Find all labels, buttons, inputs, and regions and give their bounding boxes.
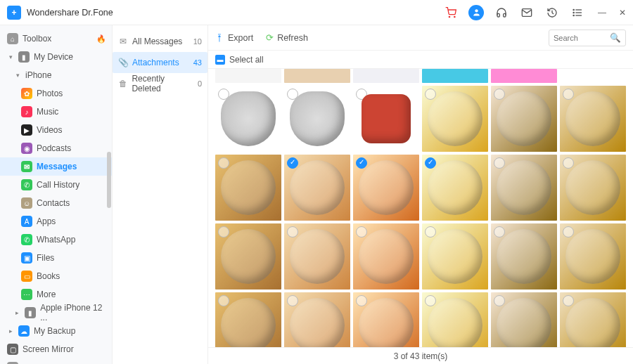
thumbnail[interactable]: [284, 86, 350, 152]
thumbnail[interactable]: [560, 223, 626, 290]
thumbnail[interactable]: [491, 292, 557, 347]
sidebar-item-phonecompanion[interactable]: ✆Phone Companion: [0, 358, 112, 364]
whatsapp-icon: ✆: [21, 234, 32, 245]
sidebar-item-callhistory[interactable]: ✆Call History: [0, 176, 112, 194]
thumbnail[interactable]: [353, 86, 419, 152]
sidebar-item-photos[interactable]: ✿Photos: [0, 84, 112, 103]
sidebar-item-files[interactable]: ▣Files: [0, 249, 112, 267]
sidebar-item-more[interactable]: ⋯More: [0, 285, 112, 304]
user-icon[interactable]: [468, 5, 484, 20]
thumbnail-select-circle[interactable]: [425, 89, 436, 100]
thumbnail-select-circle[interactable]: [287, 157, 298, 169]
sidebar-item-label: Videos: [37, 125, 62, 135]
thumbnail-select-circle[interactable]: [563, 157, 574, 169]
category-label: Attachments: [132, 58, 179, 67]
category-all-messages[interactable]: ✉All Messages10: [113, 31, 207, 52]
category-attachments[interactable]: 📎Attachments43: [113, 52, 207, 73]
thumbnail-select-circle[interactable]: [494, 226, 505, 238]
cart-icon[interactable]: [443, 5, 459, 20]
thumbnail[interactable]: [353, 292, 419, 347]
history-icon[interactable]: [544, 5, 560, 20]
thumbnail-select-circle[interactable]: [356, 295, 367, 306]
sidebar-item-label: Podcasts: [37, 143, 71, 153]
select-all-checkbox[interactable]: ▬: [215, 55, 225, 65]
headset-icon[interactable]: [494, 5, 509, 20]
thumbnail[interactable]: [491, 86, 557, 152]
sidebar-item-label: My Backup: [34, 326, 75, 336]
sidebar-item-music[interactable]: ♪Music: [0, 103, 112, 121]
sidebar-item-iphone[interactable]: ▾ iPhone: [0, 66, 112, 84]
thumbnail-peek[interactable]: [491, 69, 557, 83]
search-box[interactable]: 🔍: [549, 30, 626, 46]
backup-icon: ☁: [18, 325, 30, 337]
thumbnail-select-circle[interactable]: [494, 157, 505, 169]
sidebar-item-apps[interactable]: AApps: [0, 212, 112, 230]
thumbnail-select-circle[interactable]: [287, 226, 298, 238]
sidebar-item-books[interactable]: ▭Books: [0, 267, 112, 285]
thumbnail[interactable]: [422, 223, 488, 290]
thumbnail-select-circle[interactable]: [356, 226, 367, 238]
export-button[interactable]: ⭱Export: [215, 33, 253, 43]
thumbnail[interactable]: [491, 223, 557, 290]
thumbnail[interactable]: [284, 155, 350, 221]
thumbnail-peek[interactable]: [284, 69, 350, 83]
thumbnail[interactable]: [215, 223, 281, 290]
thumbnail-select-circle[interactable]: [563, 89, 574, 100]
search-icon[interactable]: 🔍: [610, 32, 621, 43]
thumbnail[interactable]: [353, 223, 419, 290]
thumbnail[interactable]: [353, 155, 419, 221]
thumbnail[interactable]: [284, 292, 350, 347]
mail-icon[interactable]: [519, 5, 535, 20]
sidebar-item-screenmirror[interactable]: ▢Screen Mirror: [0, 340, 112, 358]
sidebar-item-mybackup[interactable]: ▸☁My Backup: [0, 322, 112, 340]
thumbnail[interactable]: [422, 86, 488, 152]
thumbnail-select-circle[interactable]: [563, 295, 574, 306]
sidebar-item-videos[interactable]: ▶Videos: [0, 121, 112, 139]
thumbnail-peek[interactable]: [560, 69, 626, 83]
thumbnail-select-circle[interactable]: [425, 295, 436, 306]
sidebar-item-messages[interactable]: ✉Messages: [0, 157, 112, 176]
list-icon[interactable]: [570, 5, 585, 20]
collapse-icon[interactable]: ▾: [7, 53, 14, 60]
thumbnail[interactable]: [560, 292, 626, 347]
thumbnail-select-circle[interactable]: [425, 226, 436, 238]
close-button[interactable]: ✕: [619, 8, 626, 18]
expand-icon[interactable]: ▸: [7, 327, 14, 334]
thumbnail[interactable]: [284, 223, 350, 290]
sidebar-item-whatsapp[interactable]: ✆WhatsApp: [0, 230, 112, 249]
app-title: Wondershare Dr.Fone: [27, 8, 113, 18]
search-input[interactable]: [554, 34, 607, 42]
thumbnail-select-circle[interactable]: [218, 157, 229, 169]
thumbnail[interactable]: [560, 86, 626, 152]
thumbnail-select-circle[interactable]: [287, 295, 298, 306]
minimize-button[interactable]: ―: [598, 8, 606, 18]
thumbnail[interactable]: [560, 155, 626, 221]
sidebar-item-contacts[interactable]: ☺Contacts: [0, 194, 112, 212]
thumbnail[interactable]: [215, 292, 281, 347]
thumbnail-select-circle[interactable]: [563, 226, 574, 238]
thumbnail-select-circle[interactable]: [425, 157, 436, 169]
sidebar-item-iphone12[interactable]: ▸▮Apple iPhone 12 ...: [0, 304, 112, 322]
thumbnail-select-circle[interactable]: [218, 226, 229, 238]
device-icon: ▮: [25, 307, 36, 318]
thumbnail-select-circle[interactable]: [356, 157, 367, 169]
thumbnail[interactable]: [422, 155, 488, 221]
refresh-button[interactable]: ⟳Refresh: [266, 32, 308, 43]
sidebar-item-mydevice[interactable]: ▾ ▮ My Device: [0, 48, 112, 66]
thumbnail[interactable]: [491, 155, 557, 221]
thumbnail-select-circle[interactable]: [218, 295, 229, 306]
thumbnail[interactable]: [422, 292, 488, 347]
expand-icon[interactable]: ▸: [14, 309, 20, 316]
thumbnail-peek[interactable]: [353, 69, 419, 83]
thumbnail-peek[interactable]: [215, 69, 281, 83]
collapse-icon[interactable]: ▾: [14, 72, 21, 79]
category-recently-deleted[interactable]: 🗑Recently Deleted0: [113, 73, 207, 94]
thumbnail[interactable]: [215, 86, 281, 152]
thumbnail-select-circle[interactable]: [494, 295, 505, 306]
scrollbar[interactable]: [107, 152, 111, 208]
sidebar-item-toolbox[interactable]: ⌂ Toolbox 🔥: [0, 30, 112, 48]
thumbnail-peek[interactable]: [422, 69, 488, 83]
thumbnail[interactable]: [215, 155, 281, 221]
sidebar-item-podcasts[interactable]: ◉Podcasts: [0, 139, 112, 157]
thumbnail-select-circle[interactable]: [494, 89, 505, 100]
